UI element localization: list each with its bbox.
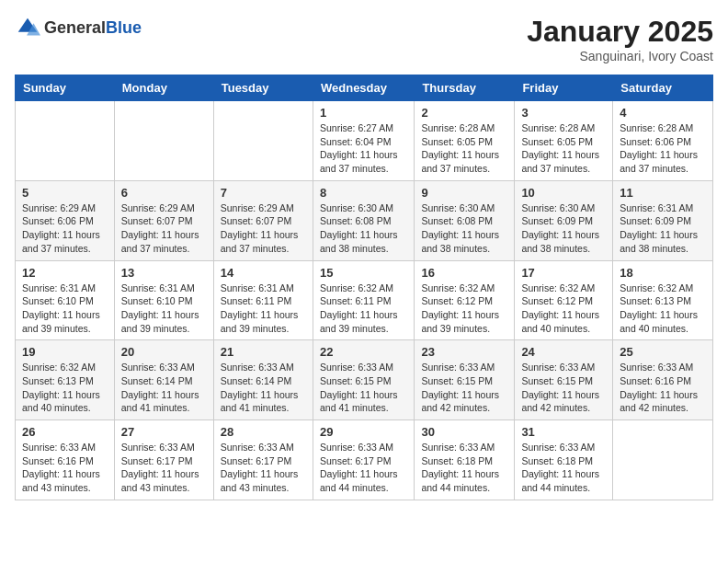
page-header: GeneralBlue January 2025 Sanguinari, Ivo… xyxy=(15,15,713,63)
logo-blue: Blue xyxy=(106,18,142,37)
logo-general: General xyxy=(44,18,106,37)
day-number: 12 xyxy=(22,266,108,280)
calendar-cell: 2Sunrise: 6:28 AM Sunset: 6:05 PM Daylig… xyxy=(415,101,515,181)
calendar-cell xyxy=(213,101,313,181)
day-number: 31 xyxy=(521,425,606,439)
day-number: 1 xyxy=(320,106,407,120)
calendar-week-row: 12Sunrise: 6:31 AM Sunset: 6:10 PM Dayli… xyxy=(16,260,713,340)
logo: GeneralBlue xyxy=(15,15,142,40)
calendar-cell: 18Sunrise: 6:32 AM Sunset: 6:13 PM Dayli… xyxy=(613,260,713,340)
day-info: Sunrise: 6:30 AM Sunset: 6:09 PM Dayligh… xyxy=(521,201,606,256)
day-number: 13 xyxy=(121,266,207,280)
day-number: 7 xyxy=(221,186,306,200)
day-info: Sunrise: 6:28 AM Sunset: 6:05 PM Dayligh… xyxy=(421,121,507,176)
weekday-header-row: SundayMondayTuesdayWednesdayThursdayFrid… xyxy=(16,75,713,101)
day-number: 3 xyxy=(521,106,606,120)
day-number: 27 xyxy=(121,425,207,439)
calendar-cell: 29Sunrise: 6:33 AM Sunset: 6:17 PM Dayli… xyxy=(313,420,414,500)
weekday-header-tuesday: Tuesday xyxy=(213,75,313,101)
day-number: 6 xyxy=(121,186,207,200)
day-info: Sunrise: 6:33 AM Sunset: 6:17 PM Dayligh… xyxy=(320,441,407,495)
day-info: Sunrise: 6:33 AM Sunset: 6:15 PM Dayligh… xyxy=(521,361,606,415)
day-info: Sunrise: 6:31 AM Sunset: 6:11 PM Dayligh… xyxy=(221,282,306,336)
day-info: Sunrise: 6:32 AM Sunset: 6:11 PM Dayligh… xyxy=(320,282,407,336)
day-info: Sunrise: 6:33 AM Sunset: 6:17 PM Dayligh… xyxy=(221,441,306,495)
calendar-cell: 26Sunrise: 6:33 AM Sunset: 6:16 PM Dayli… xyxy=(16,420,115,500)
calendar-cell: 19Sunrise: 6:32 AM Sunset: 6:13 PM Dayli… xyxy=(16,340,115,420)
calendar-cell: 1Sunrise: 6:27 AM Sunset: 6:04 PM Daylig… xyxy=(313,101,414,181)
calendar-cell: 5Sunrise: 6:29 AM Sunset: 6:06 PM Daylig… xyxy=(16,180,115,260)
day-number: 22 xyxy=(320,345,407,359)
day-info: Sunrise: 6:33 AM Sunset: 6:17 PM Dayligh… xyxy=(121,441,207,495)
day-number: 28 xyxy=(221,425,306,439)
day-number: 4 xyxy=(620,106,706,120)
day-info: Sunrise: 6:32 AM Sunset: 6:12 PM Dayligh… xyxy=(421,282,507,336)
day-number: 25 xyxy=(620,345,706,359)
calendar-cell xyxy=(613,420,713,500)
day-info: Sunrise: 6:33 AM Sunset: 6:14 PM Dayligh… xyxy=(221,361,306,415)
calendar-cell: 15Sunrise: 6:32 AM Sunset: 6:11 PM Dayli… xyxy=(313,260,414,340)
logo-icon xyxy=(15,15,40,40)
day-info: Sunrise: 6:33 AM Sunset: 6:18 PM Dayligh… xyxy=(521,441,606,495)
day-info: Sunrise: 6:33 AM Sunset: 6:15 PM Dayligh… xyxy=(320,361,407,415)
calendar-cell: 25Sunrise: 6:33 AM Sunset: 6:16 PM Dayli… xyxy=(613,340,713,420)
day-info: Sunrise: 6:30 AM Sunset: 6:08 PM Dayligh… xyxy=(421,201,507,256)
day-number: 26 xyxy=(22,425,108,439)
calendar-week-row: 5Sunrise: 6:29 AM Sunset: 6:06 PM Daylig… xyxy=(16,180,713,260)
calendar-cell: 30Sunrise: 6:33 AM Sunset: 6:18 PM Dayli… xyxy=(415,420,515,500)
day-number: 19 xyxy=(22,345,108,359)
day-number: 16 xyxy=(421,266,507,280)
day-info: Sunrise: 6:32 AM Sunset: 6:13 PM Dayligh… xyxy=(22,361,108,415)
calendar-cell: 20Sunrise: 6:33 AM Sunset: 6:14 PM Dayli… xyxy=(114,340,213,420)
calendar-cell: 31Sunrise: 6:33 AM Sunset: 6:18 PM Dayli… xyxy=(515,420,613,500)
day-number: 5 xyxy=(22,186,108,200)
day-number: 14 xyxy=(221,266,306,280)
calendar-cell: 7Sunrise: 6:29 AM Sunset: 6:07 PM Daylig… xyxy=(213,180,313,260)
calendar-cell: 16Sunrise: 6:32 AM Sunset: 6:12 PM Dayli… xyxy=(415,260,515,340)
weekday-header-friday: Friday xyxy=(515,75,613,101)
day-info: Sunrise: 6:33 AM Sunset: 6:16 PM Dayligh… xyxy=(22,441,108,495)
calendar-cell: 10Sunrise: 6:30 AM Sunset: 6:09 PM Dayli… xyxy=(515,180,613,260)
month-title: January 2025 xyxy=(527,15,713,49)
location-title: Sanguinari, Ivory Coast xyxy=(527,49,713,63)
day-info: Sunrise: 6:27 AM Sunset: 6:04 PM Dayligh… xyxy=(320,121,407,176)
day-number: 10 xyxy=(521,186,606,200)
calendar-table: SundayMondayTuesdayWednesdayThursdayFrid… xyxy=(15,75,713,500)
calendar-cell: 21Sunrise: 6:33 AM Sunset: 6:14 PM Dayli… xyxy=(213,340,313,420)
calendar-cell xyxy=(16,101,115,181)
day-number: 8 xyxy=(320,186,407,200)
day-info: Sunrise: 6:32 AM Sunset: 6:12 PM Dayligh… xyxy=(521,282,606,336)
day-info: Sunrise: 6:28 AM Sunset: 6:05 PM Dayligh… xyxy=(521,121,606,176)
weekday-header-thursday: Thursday xyxy=(415,75,515,101)
calendar-cell xyxy=(114,101,213,181)
day-number: 24 xyxy=(521,345,606,359)
calendar-cell: 12Sunrise: 6:31 AM Sunset: 6:10 PM Dayli… xyxy=(16,260,115,340)
day-number: 9 xyxy=(421,186,507,200)
day-info: Sunrise: 6:29 AM Sunset: 6:07 PM Dayligh… xyxy=(121,201,207,256)
day-number: 18 xyxy=(620,266,706,280)
day-info: Sunrise: 6:32 AM Sunset: 6:13 PM Dayligh… xyxy=(620,282,706,336)
day-info: Sunrise: 6:33 AM Sunset: 6:15 PM Dayligh… xyxy=(421,361,507,415)
weekday-header-wednesday: Wednesday xyxy=(313,75,414,101)
calendar-cell: 24Sunrise: 6:33 AM Sunset: 6:15 PM Dayli… xyxy=(515,340,613,420)
day-info: Sunrise: 6:33 AM Sunset: 6:16 PM Dayligh… xyxy=(620,361,706,415)
calendar-cell: 8Sunrise: 6:30 AM Sunset: 6:08 PM Daylig… xyxy=(313,180,414,260)
day-number: 30 xyxy=(421,425,507,439)
calendar-cell: 17Sunrise: 6:32 AM Sunset: 6:12 PM Dayli… xyxy=(515,260,613,340)
day-number: 23 xyxy=(421,345,507,359)
calendar-cell: 11Sunrise: 6:31 AM Sunset: 6:09 PM Dayli… xyxy=(613,180,713,260)
calendar-cell: 22Sunrise: 6:33 AM Sunset: 6:15 PM Dayli… xyxy=(313,340,414,420)
day-number: 20 xyxy=(121,345,207,359)
day-number: 2 xyxy=(421,106,507,120)
weekday-header-monday: Monday xyxy=(114,75,213,101)
calendar-week-row: 1Sunrise: 6:27 AM Sunset: 6:04 PM Daylig… xyxy=(16,101,713,181)
calendar-cell: 4Sunrise: 6:28 AM Sunset: 6:06 PM Daylig… xyxy=(613,101,713,181)
calendar-cell: 3Sunrise: 6:28 AM Sunset: 6:05 PM Daylig… xyxy=(515,101,613,181)
day-number: 17 xyxy=(521,266,606,280)
day-info: Sunrise: 6:31 AM Sunset: 6:10 PM Dayligh… xyxy=(22,282,108,336)
day-info: Sunrise: 6:33 AM Sunset: 6:18 PM Dayligh… xyxy=(421,441,507,495)
day-number: 29 xyxy=(320,425,407,439)
weekday-header-sunday: Sunday xyxy=(16,75,115,101)
calendar-cell: 28Sunrise: 6:33 AM Sunset: 6:17 PM Dayli… xyxy=(213,420,313,500)
day-info: Sunrise: 6:28 AM Sunset: 6:06 PM Dayligh… xyxy=(620,121,706,176)
